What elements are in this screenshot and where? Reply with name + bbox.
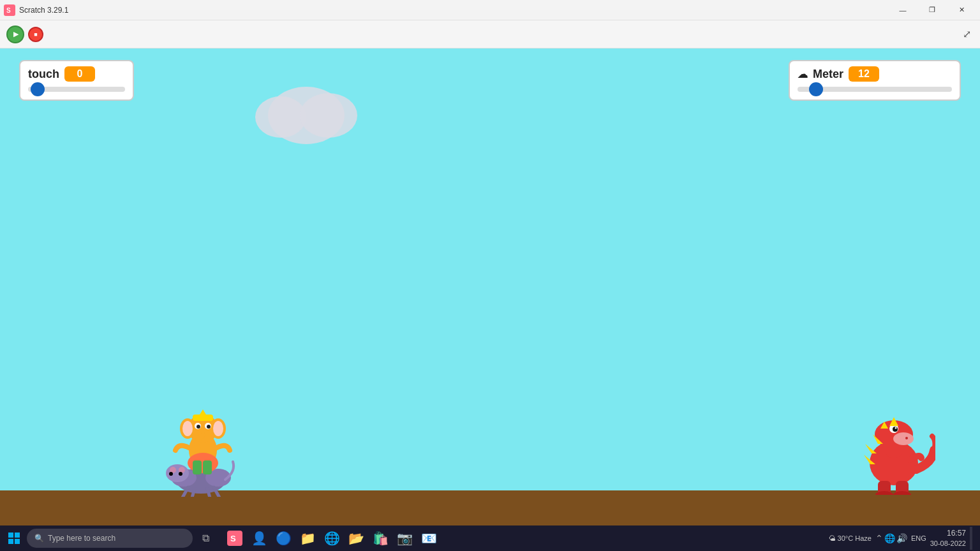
svg-point-32 (893, 432, 914, 445)
minimize-button[interactable]: — (888, 0, 917, 20)
stage: touch 0 ☁ Meter 12 (0, 48, 980, 525)
green-flag-button[interactable] (6, 26, 24, 43)
svg-text:S: S (230, 534, 236, 543)
cloud-puff (255, 96, 306, 138)
store-icon: 🛍️ (373, 531, 389, 546)
files-icon: 📁 (300, 531, 316, 546)
taskbar-app-files[interactable]: 📁 (296, 527, 319, 550)
photos-icon: 📷 (397, 531, 413, 546)
taskbar-clock[interactable]: 16:57 30-08-2022 (930, 528, 966, 548)
cloud-sprite (242, 74, 370, 151)
close-button[interactable]: ✕ (947, 0, 976, 20)
cortana-icon: 🔵 (276, 531, 292, 546)
variable-meter: ☁ Meter 12 (789, 60, 961, 101)
taskbar-tray: 🌤 30°C Haze ⌃ 🌐 🔊 ENG 16:57 30-08-2022 (824, 527, 977, 550)
svg-text:S: S (6, 7, 11, 14)
var-meter-icon: ☁ (798, 68, 808, 80)
window-controls: — ❐ ✕ (888, 0, 976, 20)
control-buttons (6, 26, 43, 43)
weather-condition: Haze (855, 534, 872, 542)
var-meter-value: 12 (849, 66, 879, 82)
task-view-icon: ⧉ (202, 533, 209, 544)
scratch-window: S Scratch 3.29.1 — ❐ ✕ ⤢ touch (0, 0, 980, 525)
clock-date: 30-08-2022 (930, 539, 966, 548)
taskbar-scratch-app[interactable]: S (223, 527, 246, 550)
cloud-shape (242, 74, 370, 138)
start-button[interactable] (3, 527, 26, 550)
window-title: Scratch 3.29.1 (19, 6, 68, 15)
weather-icon: 🌤 (829, 534, 836, 542)
svg-point-24 (207, 425, 211, 429)
var-touch-label: touch (28, 68, 59, 81)
var-touch-slider[interactable] (28, 87, 125, 92)
search-placeholder: Type here to search (48, 534, 115, 543)
taskbar-weather[interactable]: 🌤 30°C Haze (829, 534, 872, 542)
task-view-button[interactable]: ⧉ (194, 527, 217, 550)
chevron-up-icon[interactable]: ⌃ (875, 533, 883, 543)
explorer-icon: 📂 (348, 531, 364, 546)
taskbar-app-explorer[interactable]: 📂 (345, 527, 368, 550)
mail-icon: 📧 (421, 531, 437, 546)
taskbar-app-photos[interactable]: 📷 (393, 527, 416, 550)
var-meter-row: ☁ Meter 12 (798, 66, 952, 82)
taskbar-search[interactable]: 🔍 Type here to search (27, 529, 193, 548)
taskbar-app-mail[interactable]: 📧 (417, 527, 440, 550)
speaker-icon[interactable]: 🔊 (896, 533, 907, 543)
svg-rect-28 (203, 460, 212, 474)
restore-button[interactable]: ❐ (917, 0, 947, 20)
app-toolbar: ⤢ (0, 20, 980, 48)
taskbar-app-edge[interactable]: 🌐 (320, 527, 343, 550)
var-touch-thumb[interactable] (31, 82, 45, 96)
language-indicator[interactable]: ENG (911, 534, 926, 542)
app2-icon: 👤 (251, 531, 267, 546)
svg-rect-47 (15, 533, 20, 538)
taskbar-app-cortana[interactable]: 🔵 (272, 527, 295, 550)
hero-svg (160, 404, 242, 497)
search-icon: 🔍 (34, 534, 44, 543)
svg-point-18 (182, 421, 193, 436)
taskbar-apps: S 👤 🔵 📁 🌐 📂 🛍️ 📷 📧 (223, 527, 822, 550)
title-bar: S Scratch 3.29.1 — ❐ ✕ (0, 0, 980, 20)
scratch-app-icon: S (4, 4, 15, 16)
svg-point-8 (169, 472, 173, 476)
stop-button[interactable] (28, 27, 43, 42)
clock-time: 16:57 (930, 528, 966, 539)
title-bar-left: S Scratch 3.29.1 (4, 4, 68, 16)
sky-background (0, 48, 980, 525)
show-desktop-button[interactable] (970, 527, 972, 550)
svg-marker-26 (200, 409, 206, 415)
svg-rect-46 (8, 533, 13, 538)
var-touch-value: 0 (64, 66, 95, 82)
svg-point-36 (905, 437, 908, 439)
edge-icon: 🌐 (324, 531, 340, 546)
dino-svg (859, 412, 935, 495)
fullscreen-button[interactable]: ⤢ (960, 28, 974, 40)
taskbar-app-store[interactable]: 🛍️ (369, 527, 392, 550)
taskbar-app-2[interactable]: 👤 (248, 527, 271, 550)
taskbar: 🔍 Type here to search ⧉ S 👤 🔵 📁 🌐 📂 (0, 525, 980, 551)
svg-rect-48 (8, 539, 13, 544)
svg-point-35 (895, 427, 897, 429)
svg-rect-25 (193, 415, 213, 421)
dino-sprite (859, 412, 935, 495)
var-meter-label: Meter (813, 68, 843, 81)
svg-point-9 (179, 472, 182, 476)
hero-sprite (160, 404, 242, 494)
var-touch-row: touch 0 (28, 66, 125, 82)
weather-temp: 30°C (838, 534, 854, 542)
svg-point-20 (213, 421, 223, 436)
network-icon[interactable]: 🌐 (884, 533, 895, 543)
variable-touch: touch 0 (19, 60, 134, 101)
var-meter-thumb[interactable] (809, 82, 823, 96)
svg-point-23 (197, 425, 200, 429)
svg-rect-49 (15, 539, 20, 544)
windows-icon (8, 532, 20, 545)
scratch-taskbar-icon: S (227, 531, 242, 546)
ground (0, 490, 980, 525)
svg-rect-27 (193, 460, 202, 474)
tray-icons: ⌃ 🌐 🔊 (875, 533, 907, 543)
var-meter-slider[interactable] (798, 87, 952, 92)
